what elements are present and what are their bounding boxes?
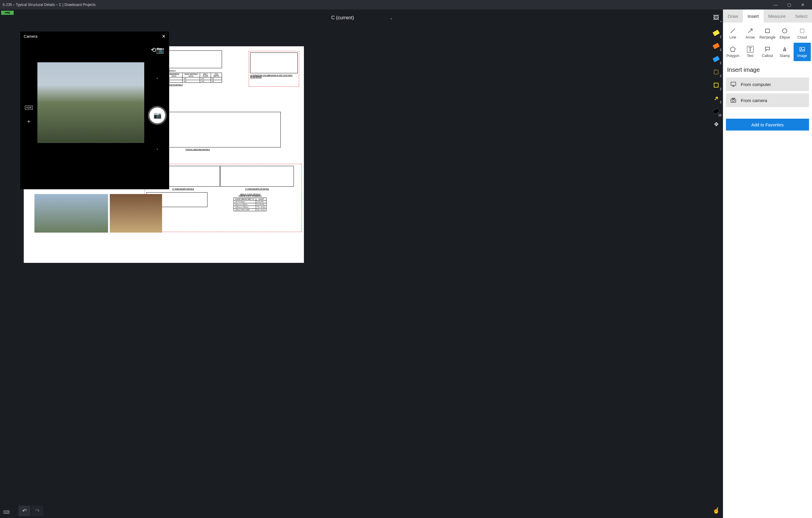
touch-mode-icon[interactable]: ☝ bbox=[713, 507, 720, 514]
svg-point-14 bbox=[732, 99, 734, 101]
window-close-button[interactable]: ✕ bbox=[796, 0, 810, 9]
chevron-up-icon[interactable]: ˄ bbox=[156, 77, 158, 83]
camera-preview bbox=[37, 62, 144, 143]
right-panel: Draw Insert Measure Select Line Arrow Re… bbox=[723, 9, 812, 518]
svg-rect-2 bbox=[766, 29, 770, 33]
svg-rect-6 bbox=[765, 47, 770, 50]
touch-keyboard-icon[interactable]: ⌨ bbox=[0, 507, 15, 518]
favorite-pen[interactable]: 2 bbox=[710, 53, 722, 65]
insert-from-camera[interactable]: From camera bbox=[726, 93, 809, 107]
tool-arrow[interactable]: Arrow bbox=[742, 24, 759, 43]
window-maximize-button[interactable]: ▢ bbox=[782, 0, 796, 9]
chevron-down-icon[interactable]: ˅ bbox=[156, 148, 158, 154]
inserted-image[interactable] bbox=[34, 194, 108, 233]
divider bbox=[726, 114, 809, 114]
tool-rectangle[interactable]: Rectangle bbox=[759, 24, 776, 43]
favorite-rectangle[interactable]: 2 bbox=[710, 79, 722, 91]
window-minimize-button[interactable]: — bbox=[769, 0, 782, 9]
svg-point-3 bbox=[783, 29, 787, 33]
svg-marker-5 bbox=[730, 47, 735, 52]
drawing-header: ALTERNATIVE COLUMN BASE PLATE CAST INTO … bbox=[250, 74, 298, 78]
tab-select[interactable]: Select bbox=[790, 9, 812, 23]
drawing-header: 'Z' PURLIN/GIRTLAP DETAIL bbox=[220, 188, 294, 190]
tool-line[interactable]: Line bbox=[724, 24, 742, 43]
svg-rect-15 bbox=[732, 98, 734, 99]
app-left-rail: PRE ⌨ bbox=[0, 9, 15, 518]
favorite-pen-black[interactable]: 16 bbox=[710, 105, 722, 117]
tool-ellipse[interactable]: Ellipse bbox=[776, 24, 793, 43]
svg-rect-10 bbox=[731, 82, 736, 86]
redo-button[interactable]: ↷ bbox=[31, 506, 43, 516]
panel-section-title: Insert image bbox=[723, 62, 812, 76]
tab-insert[interactable]: Insert bbox=[743, 9, 764, 23]
window-title: S-235 – Typical Structural Details – C |… bbox=[2, 3, 769, 7]
svg-rect-4 bbox=[800, 29, 804, 33]
favorite-tools-strip: 🖼 2 2 2 2 2 ➔2 16 ✥ ☝ bbox=[709, 9, 723, 518]
tool-polygon[interactable]: Polygon bbox=[724, 43, 742, 61]
camera-icon: 📷 bbox=[153, 112, 162, 119]
camera-zoom-in-button[interactable]: ＋ bbox=[26, 118, 31, 125]
undo-button[interactable]: ↶ bbox=[19, 506, 30, 516]
preview-badge: PRE bbox=[1, 11, 13, 15]
inserted-image[interactable] bbox=[110, 194, 162, 233]
purlin-table: CLEAT HEIGHT DIST "A"CLEAT UP TO 90mm6 P… bbox=[234, 197, 266, 211]
favorite-arrow[interactable]: ➔2 bbox=[710, 92, 722, 104]
svg-line-1 bbox=[748, 29, 752, 33]
favorite-pen[interactable]: 2 bbox=[710, 40, 722, 52]
revision-bar[interactable]: C (current) ⌄ bbox=[15, 9, 709, 26]
tool-image[interactable]: Image bbox=[793, 43, 811, 61]
add-to-favorites-button[interactable]: Add to Favorites bbox=[726, 119, 809, 130]
svg-line-0 bbox=[731, 29, 735, 33]
undo-bar: ↶ ↷ bbox=[15, 504, 709, 518]
camera-icon bbox=[730, 97, 736, 103]
chevron-down-icon: ⌄ bbox=[390, 16, 393, 20]
tab-measure[interactable]: Measure bbox=[764, 9, 790, 23]
tool-mode-icon[interactable]: 🖼 bbox=[713, 14, 719, 21]
camera-switch-icon[interactable]: ⟲📷 bbox=[151, 46, 164, 54]
revision-label: C (current) bbox=[331, 15, 354, 21]
favorite-cloud[interactable]: 2 bbox=[710, 66, 722, 78]
tool-callout[interactable]: Callout bbox=[759, 43, 776, 61]
tab-draw[interactable]: Draw bbox=[723, 9, 743, 23]
insert-tool-grid: Line Arrow Rectangle Ellipse Cloud Polyg… bbox=[723, 23, 812, 62]
monitor-icon bbox=[730, 81, 736, 88]
tool-cloud[interactable]: Cloud bbox=[793, 24, 811, 43]
window-titlebar: S-235 – Typical Structural Details – C |… bbox=[0, 0, 812, 9]
camera-close-button[interactable]: ✕ bbox=[162, 33, 166, 39]
camera-window-title: Camera bbox=[24, 34, 37, 38]
tool-stamp[interactable]: Stamp bbox=[776, 43, 793, 61]
insert-from-computer[interactable]: From computer bbox=[726, 78, 809, 91]
panel-tabs: Draw Insert Measure Select bbox=[723, 9, 812, 23]
move-tool[interactable]: ✥ bbox=[710, 118, 722, 130]
drawing-canvas[interactable]: TYPICAL COLUMN BASE PLATE DETAILS COLUMN… bbox=[15, 26, 709, 504]
camera-hdr-button[interactable]: HDR bbox=[25, 105, 33, 110]
table-title: PURLIN CLEAT SCHEDULE bbox=[208, 195, 292, 197]
camera-window: Camera ✕ HDR ＋ ⟲📷 ˄ bbox=[20, 31, 169, 189]
tool-text[interactable]: T Text bbox=[742, 43, 759, 61]
favorite-pen[interactable]: 2 bbox=[710, 27, 722, 39]
svg-line-7 bbox=[765, 50, 766, 52]
camera-shutter-button[interactable]: 📷 bbox=[148, 106, 167, 125]
